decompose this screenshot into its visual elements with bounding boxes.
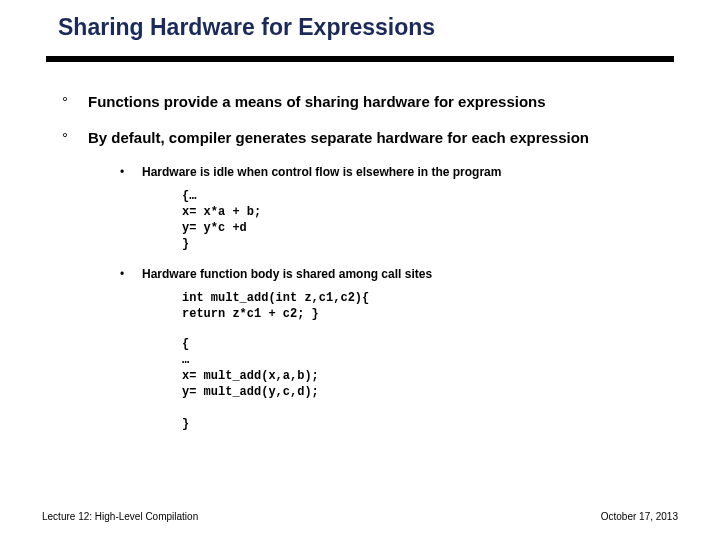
bullet-mark: ° (62, 92, 88, 112)
sub-bullet-2: • Hardware function body is shared among… (120, 266, 662, 282)
bullet-mark: ° (62, 128, 88, 148)
bullet-text: By default, compiler generates separate … (88, 128, 589, 148)
title-rule (46, 56, 674, 62)
sub-bullet-text: Hardware function body is shared among c… (142, 266, 432, 282)
bullet-1: ° Functions provide a means of sharing h… (62, 92, 662, 112)
bullet-text: Functions provide a means of sharing har… (88, 92, 546, 112)
slide: Sharing Hardware for Expressions ° Funct… (0, 0, 720, 540)
code-block-1: {… x= x*a + b; y= y*c +d } (182, 188, 662, 252)
footer-left: Lecture 12: High-Level Compilation (42, 511, 198, 522)
bullet-2: ° By default, compiler generates separat… (62, 128, 662, 148)
sub-bullet-mark: • (120, 266, 142, 282)
slide-title: Sharing Hardware for Expressions (58, 14, 435, 41)
sub-bullet-1: • Hardware is idle when control flow is … (120, 164, 662, 180)
slide-body: ° Functions provide a means of sharing h… (62, 92, 662, 446)
code-block-2: int mult_add(int z,c1,c2){ return z*c1 +… (182, 290, 662, 322)
footer-right: October 17, 2013 (601, 511, 678, 522)
sub-bullet-mark: • (120, 164, 142, 180)
code-block-3: { … x= mult_add(x,a,b); y= mult_add(y,c,… (182, 336, 662, 432)
sub-bullet-text: Hardware is idle when control flow is el… (142, 164, 501, 180)
